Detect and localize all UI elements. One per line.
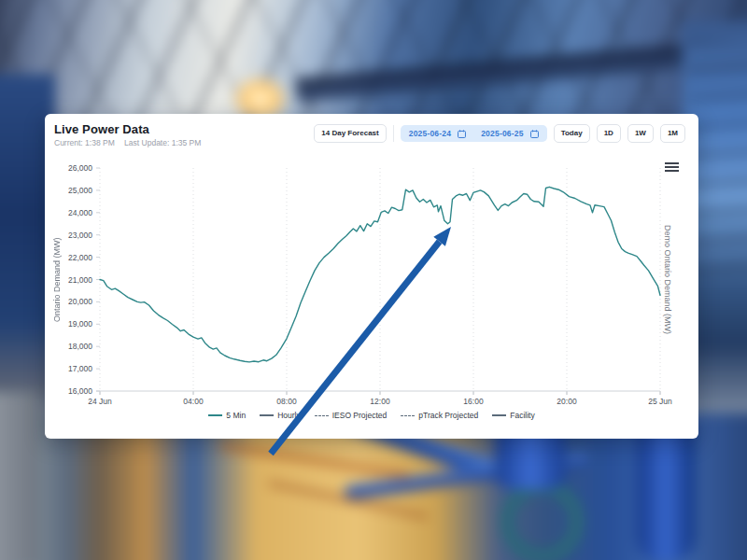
y-axis-title-right: Demo Ontario Demand (MW) [663, 168, 672, 391]
y-tick-label: 21,000 [68, 275, 92, 285]
legend-label: pTrack Projected [418, 411, 478, 420]
hamburger-menu-icon[interactable] [665, 162, 679, 174]
legend-item-5-min[interactable]: 5 Min [208, 411, 246, 420]
chart-legend: 5 MinHourlyIESO ProjectedpTrack Projecte… [45, 411, 698, 420]
x-tick-label: 12:00 [370, 397, 390, 406]
y-tick-label: 25,000 [68, 186, 92, 195]
legend-label: Hourly [277, 411, 301, 420]
y-tick-label: 24,000 [68, 208, 92, 217]
x-tick-label: 16:00 [463, 397, 484, 406]
power-chart-svg: 24 Jun04:0008:0012:0016:0020:0025 Jun26,… [45, 114, 698, 439]
desktop-background: Live Power Data Current: 1:38 PM Last Up… [0, 0, 747, 560]
legend-label: 5 Min [226, 411, 246, 420]
x-tick-label: 24 Jun [88, 397, 112, 406]
legend-line-sample [492, 414, 506, 416]
x-tick-label: 08:00 [276, 397, 297, 406]
legend-item-hourly[interactable]: Hourly [260, 411, 301, 420]
legend-line-sample [401, 415, 415, 416]
x-tick-label: 04:00 [183, 397, 204, 406]
y-tick-label: 17,000 [68, 364, 92, 373]
legend-item-ieso-projected[interactable]: IESO Projected [315, 411, 388, 420]
y-tick-label: 18,000 [68, 342, 92, 351]
y-tick-label: 26,000 [68, 163, 92, 173]
legend-line-sample [260, 414, 274, 416]
y-tick-label: 22,000 [68, 253, 92, 262]
y-tick-label: 20,000 [68, 297, 92, 306]
chart-area: 24 Jun04:0008:0012:0016:0020:0025 Jun26,… [45, 114, 698, 439]
legend-line-sample [208, 414, 222, 416]
legend-label: IESO Projected [332, 411, 388, 420]
bg-concrete-pillar [0, 392, 38, 560]
x-tick-label: 20:00 [557, 397, 577, 406]
legend-item-facility[interactable]: Facility [492, 411, 534, 420]
live-power-data-card: Live Power Data Current: 1:38 PM Last Up… [45, 114, 698, 439]
y-tick-label: 23,000 [68, 231, 92, 240]
y-tick-label: 19,000 [68, 319, 92, 329]
legend-label: Facility [510, 411, 534, 420]
y-axis-title: Ontario Demand (MW) [52, 168, 62, 391]
x-tick-label: 25 Jun [648, 397, 672, 406]
legend-line-sample [315, 415, 329, 416]
legend-item-ptrack-projected[interactable]: pTrack Projected [401, 411, 478, 420]
bg-flywheel [500, 480, 585, 560]
y-tick-label: 16,000 [68, 386, 92, 396]
